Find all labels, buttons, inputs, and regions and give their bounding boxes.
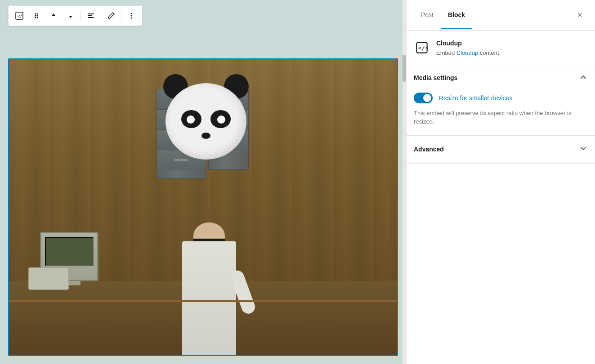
toolbar-divider <box>81 10 81 21</box>
sidebar: Post Block × </> Cloudup Embed Cloudup c… <box>406 0 595 364</box>
svg-text:</>: </> <box>418 44 428 51</box>
edit-button[interactable] <box>103 8 119 24</box>
toggle-slider <box>414 93 433 103</box>
block-info-section: </> Cloudup Embed Cloudup content. <box>407 31 595 65</box>
close-sidebar-button[interactable]: × <box>572 7 588 23</box>
telephone <box>28 267 69 290</box>
svg-point-12 <box>131 15 132 17</box>
code-block-button[interactable]: </> <box>11 8 27 24</box>
svg-point-13 <box>131 18 132 19</box>
resize-toggle-row: Resize for smaller devices <box>414 93 588 103</box>
block-description: Embed Cloudup content. <box>436 49 501 58</box>
tab-post[interactable]: Post <box>414 1 441 29</box>
embed-block[interactable] <box>8 58 398 356</box>
more-options-button[interactable] <box>123 8 139 24</box>
svg-point-2 <box>35 13 36 15</box>
media-settings-content: Resize for smaller devices This embed wi… <box>407 91 595 135</box>
svg-point-6 <box>35 17 36 18</box>
sidebar-tabs: Post Block × <box>407 0 595 31</box>
svg-rect-10 <box>88 17 94 18</box>
drag-handle-button[interactable] <box>28 8 45 24</box>
media-settings-header[interactable]: Media settings <box>407 65 595 91</box>
advanced-chevron <box>579 144 588 155</box>
toolbar-divider-3 <box>121 10 121 21</box>
media-settings-title: Media settings <box>414 74 457 81</box>
move-up-button[interactable] <box>45 8 62 24</box>
media-settings-chevron <box>579 72 588 84</box>
panda-scene <box>9 59 397 355</box>
embed-content <box>9 59 397 355</box>
svg-text:</>: </> <box>18 14 23 18</box>
media-settings-section: Media settings Resize for smaller device… <box>407 65 595 136</box>
resize-label: Resize for smaller devices <box>439 94 512 102</box>
person <box>164 192 254 355</box>
advanced-section: Advanced <box>407 136 595 164</box>
editor-scrollbar[interactable] <box>403 0 406 364</box>
svg-point-11 <box>131 13 132 14</box>
panda-character <box>157 74 255 173</box>
block-info-text: Cloudup Embed Cloudup content. <box>436 40 501 58</box>
svg-point-5 <box>37 15 38 17</box>
svg-rect-8 <box>88 13 94 14</box>
desk <box>9 300 397 302</box>
svg-point-7 <box>37 17 38 18</box>
advanced-header[interactable]: Advanced <box>407 136 595 163</box>
svg-point-3 <box>37 13 38 15</box>
move-down-button[interactable] <box>63 8 79 24</box>
resize-hint: This embed will preserve its aspect rati… <box>414 109 588 126</box>
editor-area: </> <box>0 0 406 364</box>
block-icon: </> <box>414 40 430 56</box>
toolbar-divider-2 <box>101 10 101 21</box>
resize-toggle[interactable] <box>414 93 433 103</box>
align-button[interactable] <box>83 8 99 24</box>
scrollbar-thumb <box>403 55 406 82</box>
block-name: Cloudup <box>436 40 501 47</box>
block-toolbar: </> <box>8 5 143 26</box>
advanced-title: Advanced <box>414 146 444 153</box>
svg-rect-9 <box>88 15 92 16</box>
tab-block[interactable]: Block <box>441 1 472 29</box>
svg-point-4 <box>35 15 36 17</box>
block-link[interactable]: Cloudup <box>456 49 478 56</box>
